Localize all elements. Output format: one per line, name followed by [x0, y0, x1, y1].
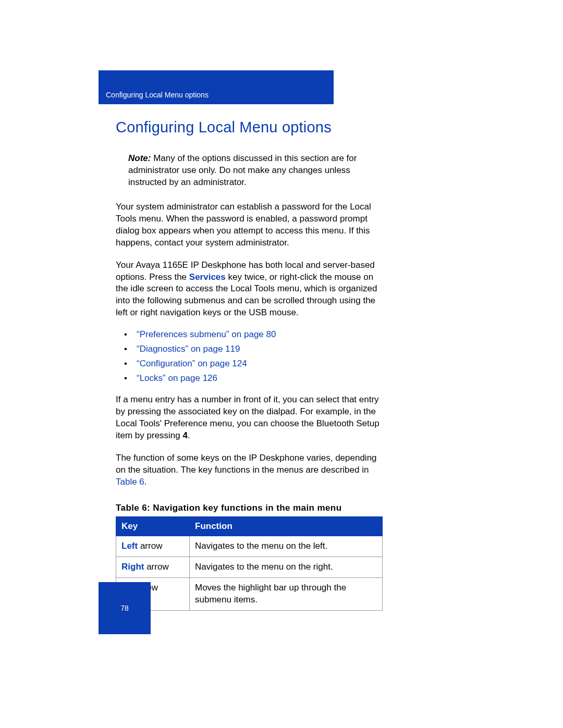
table-caption: Table 6: Navigation key functions in the…	[116, 503, 383, 513]
paragraph-3-pre: If a menu entry has a number in front of…	[116, 394, 380, 440]
paragraph-4-pre: The function of some keys on the IP Desk…	[116, 453, 377, 475]
list-item[interactable]: “Configuration” on page 124	[124, 359, 383, 369]
paragraph-2: Your Avaya 1165E IP Deskphone has both l…	[116, 260, 383, 319]
list-item[interactable]: “Locks” on page 126	[124, 373, 383, 384]
key-name-right: Right	[121, 562, 144, 572]
paragraph-1: Your system administrator can establish …	[116, 201, 383, 249]
key-suffix: arrow	[144, 562, 168, 572]
note-label: Note:	[128, 153, 151, 163]
services-key-text: Services	[189, 272, 226, 282]
link-diagnostics[interactable]: “Diagnostics” on page 119	[137, 344, 240, 354]
note-block: Note: Many of the options discussed in t…	[128, 153, 383, 189]
paragraph-3: If a menu entry has a number in front of…	[116, 394, 383, 442]
content-area: Configuring Local Menu options Note: Man…	[116, 108, 383, 611]
table-row: Right arrow Navigates to the menu on the…	[116, 557, 383, 577]
key-suffix: arrow	[138, 541, 162, 551]
link-configuration[interactable]: “Configuration” on page 124	[137, 359, 247, 368]
paragraph-3-post: .	[188, 430, 190, 440]
table-cell-key: Right arrow	[116, 557, 190, 577]
list-item[interactable]: “Preferences submenu” on page 80	[124, 329, 383, 340]
table-cell-function: Moves the highlight bar up through the s…	[190, 577, 383, 610]
table-row: Up arrow Moves the highlight bar up thro…	[116, 577, 383, 610]
navigation-key-table: Key Function Left arrow Navigates to the…	[116, 516, 383, 611]
page-title: Configuring Local Menu options	[116, 119, 383, 136]
table-row: Left arrow Navigates to the menu on the …	[116, 536, 383, 557]
note-text: Many of the options discussed in this se…	[128, 153, 357, 187]
table-header-key: Key	[116, 516, 190, 536]
list-item[interactable]: “Diagnostics” on page 119	[124, 344, 383, 354]
link-preferences[interactable]: “Preferences submenu” on page 80	[137, 329, 276, 339]
paragraph-4: The function of some keys on the IP Desk…	[116, 452, 383, 488]
header-band: Configuring Local Menu options	[99, 70, 334, 104]
page-number: 78	[120, 604, 129, 612]
dialpad-key-4: 4	[183, 430, 188, 440]
submenu-link-list: “Preferences submenu” on page 80 “Diagno…	[116, 329, 383, 384]
footer-page-number-block: 78	[99, 582, 151, 634]
document-page: Configuring Local Menu options Configuri…	[0, 0, 563, 728]
key-name-left: Left	[121, 541, 138, 551]
table-6-link[interactable]: Table 6	[116, 477, 144, 487]
table-cell-function: Navigates to the menu on the left.	[190, 536, 383, 557]
header-section-label: Configuring Local Menu options	[106, 91, 209, 99]
table-header-row: Key Function	[116, 516, 383, 536]
link-locks[interactable]: “Locks” on page 126	[137, 373, 217, 383]
table-cell-key: Left arrow	[116, 536, 190, 557]
table-header-function: Function	[190, 516, 383, 536]
paragraph-4-post: .	[144, 477, 147, 487]
table-cell-function: Navigates to the menu on the right.	[190, 557, 383, 577]
